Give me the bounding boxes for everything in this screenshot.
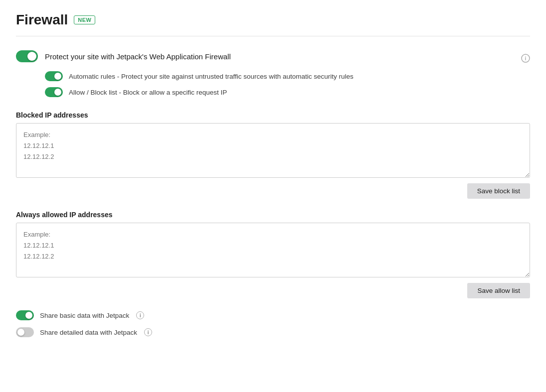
share-detailed-row: Share detailed data with Jetpack i xyxy=(16,327,530,337)
share-basic-toggle[interactable] xyxy=(16,310,34,320)
share-detailed-info-icon[interactable]: i xyxy=(144,328,152,336)
automatic-rules-toggle[interactable] xyxy=(45,71,63,81)
blocked-ips-section: Blocked IP addresses Save block list xyxy=(16,111,530,199)
bottom-toggles-container: Share basic data with Jetpack i Share de… xyxy=(16,310,530,337)
share-basic-label: Share basic data with Jetpack xyxy=(40,312,129,319)
save-block-list-button[interactable]: Save block list xyxy=(467,183,530,199)
main-firewall-toggle[interactable] xyxy=(16,50,38,62)
blocked-ips-title: Blocked IP addresses xyxy=(16,111,530,119)
share-basic-info-icon[interactable]: i xyxy=(136,311,144,319)
svg-text:i: i xyxy=(525,56,527,61)
sub-toggles-container: Automatic rules - Protect your site agai… xyxy=(16,71,530,97)
allow-block-list-row: Allow / Block list - Block or allow a sp… xyxy=(45,87,530,97)
main-firewall-toggle-row: Protect your site with Jetpack's Web App… xyxy=(16,50,530,62)
save-block-row: Save block list xyxy=(16,183,530,199)
save-allow-row: Save allow list xyxy=(16,283,530,298)
main-firewall-label: Protect your site with Jetpack's Web App… xyxy=(45,52,231,61)
firewall-info-icon[interactable]: i xyxy=(521,54,530,65)
allow-block-list-toggle[interactable] xyxy=(45,87,63,97)
share-detailed-label: Share detailed data with Jetpack xyxy=(40,329,137,336)
allowed-ips-title: Always allowed IP addresses xyxy=(16,211,530,219)
automatic-rules-row: Automatic rules - Protect your site agai… xyxy=(45,71,530,81)
blocked-ips-textarea[interactable] xyxy=(16,123,530,178)
allowed-ips-section: Always allowed IP addresses Save allow l… xyxy=(16,211,530,298)
allowed-ips-textarea[interactable] xyxy=(16,223,530,277)
save-allow-list-button[interactable]: Save allow list xyxy=(467,283,530,298)
automatic-rules-label: Automatic rules - Protect your site agai… xyxy=(69,73,354,80)
new-badge: NEW xyxy=(74,15,95,24)
allow-block-list-label: Allow / Block list - Block or allow a sp… xyxy=(69,89,227,96)
page-header: Firewall NEW xyxy=(16,12,530,36)
page-title: Firewall xyxy=(16,12,68,28)
share-detailed-toggle[interactable] xyxy=(16,327,34,337)
share-basic-row: Share basic data with Jetpack i xyxy=(16,310,530,320)
page-wrapper: Firewall NEW Protect your site with Jetp… xyxy=(0,0,546,392)
